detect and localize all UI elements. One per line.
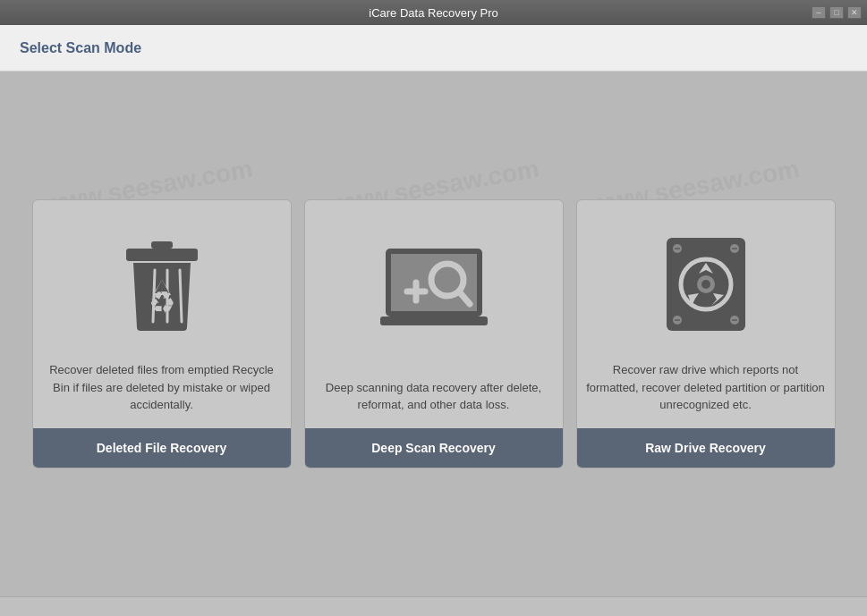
svg-point-24 [701,280,710,289]
deleted-file-icon: ♻ [99,222,225,347]
cards-container: ♻ Recover deleted files from emptied Rec… [32,199,836,468]
card-raw-drive[interactable]: Recover raw drive which reports not form… [576,199,836,468]
card-description-deleted: Recover deleted files from emptied Recyc… [33,361,291,428]
window-controls: – □ ✕ [812,6,862,19]
card-description-raw-drive: Recover raw drive which reports not form… [577,361,835,428]
minimize-button[interactable]: – [812,6,826,19]
svg-rect-1 [126,249,198,261]
svg-rect-0 [151,241,173,249]
svg-line-4 [180,270,182,322]
close-button[interactable]: ✕ [847,6,862,19]
card-icon-area-raw-drive [577,200,835,361]
card-description-deep-scan: Deep scanning data recovery after delete… [305,379,563,428]
deep-scan-recovery-button[interactable]: Deep Scan Recovery [305,428,563,468]
page-title: Select Scan Mode [20,40,141,56]
card-deep-scan[interactable]: Deep scanning data recovery after delete… [304,199,564,468]
maximize-button[interactable]: □ [829,6,844,19]
header-bar: Select Scan Mode [0,25,867,72]
svg-text:♻: ♻ [149,285,175,319]
card-icon-area-deleted: ♻ [33,200,291,361]
card-icon-area-deep-scan [305,200,563,379]
app-title: iCare Data Recovery Pro [369,6,498,20]
raw-drive-icon [643,222,769,347]
deep-scan-icon [371,231,497,356]
svg-rect-8 [380,316,488,325]
deleted-file-recovery-button[interactable]: Deleted File Recovery [33,428,291,468]
footer [0,596,867,616]
title-bar: iCare Data Recovery Pro – □ ✕ [0,0,867,25]
main-content: www.seesaw.com www.seesaw.com www.seesaw… [0,72,867,596]
raw-drive-recovery-button[interactable]: Raw Drive Recovery [577,428,835,468]
card-deleted-file[interactable]: ♻ Recover deleted files from emptied Rec… [32,199,292,468]
